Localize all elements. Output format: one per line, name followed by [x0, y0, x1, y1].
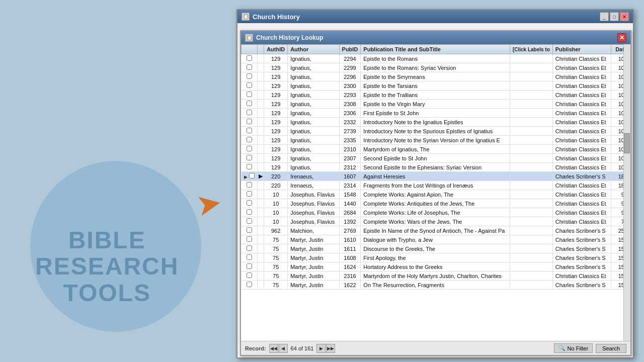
table-row[interactable]: 129 Ignatius, 2335 Introductory Note to …	[242, 136, 630, 145]
row-checkbox[interactable]	[242, 217, 258, 226]
checkbox-input[interactable]	[247, 64, 252, 70]
checkbox-input[interactable]	[247, 101, 252, 106]
table-row[interactable]: 75 Martyr, Justin 1624 Hortatory Address…	[242, 262, 630, 272]
checkbox-input[interactable]	[247, 82, 252, 88]
table-row[interactable]: 75 Martyr, Justin 1610 Dialogue with Try…	[242, 235, 630, 244]
table-row[interactable]: 129 Ignatius, 2306 First Epistle to St J…	[242, 109, 630, 118]
nav-prev-button[interactable]: ◀	[279, 344, 288, 353]
row-checkbox[interactable]	[242, 118, 258, 127]
header-title[interactable]: Publication Title and SubTitle	[361, 45, 510, 54]
table-row[interactable]: 129 Ignatius, 2293 Epistle to the Tralli…	[242, 90, 630, 100]
row-checkbox[interactable]	[242, 81, 258, 90]
table-row[interactable]: 129 Ignatius, 2296 Epistle to the Smyrne…	[242, 72, 630, 81]
table-row[interactable]: 10 Josephus, Flavius 1392 Complete Works…	[242, 217, 630, 226]
table-row[interactable]: 220 Irenaeus, 2314 Fragments from the Lo…	[242, 181, 630, 190]
checkbox-input[interactable]	[247, 218, 252, 224]
table-row[interactable]: 10 Josephus, Flavius 1440 Complete Works…	[242, 199, 630, 208]
header-publisher[interactable]: Publisher	[552, 45, 611, 54]
checkbox-input[interactable]	[249, 173, 255, 178]
header-click-labels[interactable]: [Click Labels to	[510, 45, 552, 54]
row-checkbox[interactable]	[242, 54, 258, 63]
maximize-button[interactable]: □	[610, 12, 619, 21]
navigation-group[interactable]: ◀◀ ◀	[269, 344, 288, 353]
row-checkbox[interactable]	[242, 199, 258, 208]
inner-close-button[interactable]: ✕	[617, 33, 626, 42]
table-row[interactable]: 129 Ignatius, 2300 Epistle to the Tarsia…	[242, 81, 630, 90]
row-checkbox[interactable]	[242, 281, 258, 290]
nav-first-button[interactable]: ◀◀	[269, 344, 278, 353]
row-checkbox[interactable]	[242, 145, 258, 154]
header-pubid[interactable]: PubID	[339, 45, 361, 54]
row-checkbox[interactable]	[242, 109, 258, 118]
outer-window-controls[interactable]: _ □ ✕	[600, 12, 629, 21]
table-row[interactable]: 75 Martyr, Justin 1611 Discourse to the …	[242, 244, 630, 253]
table-row[interactable]: 129 Ignatius, 2310 Martyrdom of Ignatius…	[242, 145, 630, 154]
checkbox-input[interactable]	[247, 128, 252, 133]
scrollbar-thumb[interactable]	[624, 133, 630, 153]
checkbox-input[interactable]	[247, 245, 252, 251]
checkbox-input[interactable]	[247, 282, 252, 287]
row-checkbox[interactable]	[242, 163, 258, 172]
checkbox-input[interactable]	[247, 273, 252, 278]
row-checkbox[interactable]	[242, 190, 258, 199]
row-checkbox[interactable]	[242, 63, 258, 72]
row-checkbox[interactable]	[242, 172, 258, 181]
row-checkbox[interactable]	[242, 181, 258, 190]
row-checkbox[interactable]	[242, 253, 258, 262]
outer-close-button[interactable]: ✕	[620, 12, 629, 21]
row-checkbox[interactable]	[242, 208, 258, 217]
nav-last-button[interactable]: ▶▶	[326, 344, 335, 353]
checkbox-input[interactable]	[247, 137, 252, 142]
checkbox-input[interactable]	[247, 55, 252, 61]
checkbox-input[interactable]	[247, 92, 252, 97]
table-row[interactable]: ▶ 220 Irenaeus, 1607 Against Heresies Ch…	[242, 172, 630, 181]
row-checkbox[interactable]	[242, 154, 258, 163]
row-checkbox[interactable]	[242, 226, 258, 235]
row-checkbox[interactable]	[242, 235, 258, 244]
checkbox-input[interactable]	[247, 254, 252, 260]
table-row[interactable]: 129 Ignatius, 2294 Epistle to the Romans…	[242, 54, 630, 63]
table-row[interactable]: 129 Ignatius, 2308 Epistle to the Virgin…	[242, 100, 630, 109]
row-checkbox[interactable]	[242, 100, 258, 109]
checkbox-input[interactable]	[247, 200, 252, 206]
no-filter-button[interactable]: 🔍 No Filter	[554, 343, 593, 353]
checkbox-input[interactable]	[247, 119, 252, 124]
checkbox-input[interactable]	[247, 227, 252, 233]
checkbox-input[interactable]	[247, 182, 252, 188]
table-row[interactable]: 75 Martyr, Justin 1622 On The Resurrecti…	[242, 281, 630, 290]
checkbox-input[interactable]	[247, 146, 252, 151]
vertical-scrollbar[interactable]	[623, 44, 630, 341]
table-row[interactable]: 129 Ignatius, 2739 Introductory Note to …	[242, 127, 630, 136]
checkbox-input[interactable]	[247, 110, 252, 115]
table-row[interactable]: 129 Ignatius, 2307 Second Epistle to St …	[242, 154, 630, 163]
table-row[interactable]: 129 Ignatius, 2332 Introductory Note to …	[242, 118, 630, 127]
row-checkbox[interactable]	[242, 90, 258, 100]
row-checkbox[interactable]	[242, 136, 258, 145]
checkbox-input[interactable]	[247, 209, 252, 215]
row-checkbox[interactable]	[242, 72, 258, 81]
checkbox-input[interactable]	[247, 73, 252, 79]
table-row[interactable]: 129 Ignatius, 2312 Second Epistle to the…	[242, 163, 630, 172]
header-authid[interactable]: AuthID	[264, 45, 288, 54]
table-row[interactable]: 10 Josephus, Flavius 2684 Complete Works…	[242, 208, 630, 217]
row-checkbox[interactable]	[242, 244, 258, 253]
row-checkbox[interactable]	[242, 127, 258, 136]
checkbox-input[interactable]	[247, 191, 252, 197]
header-author[interactable]: Author	[288, 45, 339, 54]
nav-next-button[interactable]: ▶	[316, 344, 326, 353]
table-row[interactable]: 962 Malchion, 2769 Epistle In Name of th…	[242, 226, 630, 235]
inner-window-controls[interactable]: ✕	[617, 33, 626, 42]
checkbox-input[interactable]	[247, 155, 252, 160]
table-row[interactable]: 129 Ignatius, 2299 Epistle to the Romans…	[242, 63, 630, 72]
row-checkbox[interactable]	[242, 262, 258, 272]
checkbox-input[interactable]	[247, 236, 252, 242]
minimize-button[interactable]: _	[600, 12, 609, 21]
table-row[interactable]: 75 Martyr, Justin 1608 First Apology, th…	[242, 253, 630, 262]
checkbox-input[interactable]	[247, 263, 252, 269]
navigation-group-next[interactable]: ▶ ▶▶	[316, 344, 335, 353]
row-checkbox[interactable]	[242, 272, 258, 281]
table-row[interactable]: 10 Josephus, Flavius 1548 Complete Works…	[242, 190, 630, 199]
search-button[interactable]: Search	[596, 344, 626, 353]
checkbox-input[interactable]	[247, 164, 252, 169]
table-row[interactable]: 75 Martyr, Justin 2316 Martyrdom of the …	[242, 272, 630, 281]
